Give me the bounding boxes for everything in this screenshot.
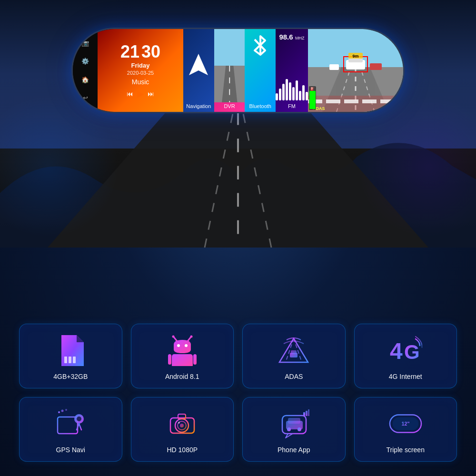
home-icon: 🏠 [80,74,90,85]
svg-rect-75 [306,411,307,416]
4g-internet-icon: 4 G [389,335,422,366]
phone-app-icon [278,408,309,439]
svg-rect-36 [73,357,76,363]
feature-4g: 4 G 4G Internet [354,324,457,388]
features-grid: 4GB+32GB [19,324,457,462]
fm-freq-value: 98.6 [279,33,293,41]
svg-rect-24 [370,63,382,70]
camera-feed-svg: 9m ADAS ⛽ [308,29,403,112]
svg-point-40 [190,335,192,337]
clock-date: 2020-03-25 [127,70,154,76]
svg-rect-19 [362,99,377,103]
settings-icon: ⚙️ [80,56,90,67]
fm-frequency-display: 98.6 MHZ [279,33,304,41]
clock-section: 21 30 Friday 2020-03-25 Music ⏮ ▶ ⏭ [98,29,183,112]
dvr-tile[interactable]: DVR [214,29,245,112]
music-label: Music [132,78,149,86]
svg-marker-4 [189,54,208,75]
svg-rect-34 [64,357,67,363]
camera-hd-icon [167,408,198,439]
fm-bar-4 [286,79,288,100]
fm-freq-unit: MHZ [295,36,305,40]
triple-screen-label: Triple screen [387,446,425,454]
navigation-tile[interactable]: Navigation [183,29,214,112]
feature-triple-screen: 12" Triple screen [354,397,457,462]
svg-point-68 [178,422,180,424]
gps-icon-wrap [54,407,87,440]
fm-bar-5 [289,82,291,100]
svg-rect-44 [168,354,171,365]
triple-screen-icon-wrap: 12" [389,407,422,440]
phone-app-icon-wrap [277,407,310,440]
prev-button[interactable]: ⏮ [127,90,133,98]
fm-tile[interactable]: 98.6 MHZ FM [276,29,308,112]
bt-icon-wrap [245,34,276,60]
clock-day: Friday [131,62,149,69]
svg-point-59 [77,416,81,421]
svg-point-62 [65,409,67,411]
hd-label: HD 1080P [167,446,198,454]
android-label: Android 8.1 [165,373,199,380]
svg-text:12": 12" [401,420,409,426]
fourG-label: 4G Internet [389,373,422,380]
svg-rect-25 [329,64,339,70]
svg-point-72 [287,427,291,431]
svg-point-61 [61,409,63,412]
adas-lanes-icon [277,336,310,365]
fm-bars [276,77,308,100]
fm-bar-7 [296,80,298,100]
svg-point-66 [180,424,184,427]
svg-rect-32 [309,91,316,109]
feature-hd: HD 1080P [131,397,234,462]
svg-rect-45 [193,354,197,365]
bluetooth-tile[interactable]: Bluetooth [245,29,276,112]
svg-rect-71 [288,418,300,424]
phone-app-label: Phone App [278,446,310,454]
android-icon-wrap [166,334,199,367]
feature-android: Android 8.1 [131,324,234,388]
svg-rect-51 [291,350,297,354]
svg-text:4: 4 [390,338,403,364]
storage-icon-wrap [54,334,87,367]
dvr-label: DVR [224,103,235,109]
dvr-road-svg [214,29,245,102]
svg-rect-74 [303,412,305,416]
svg-point-42 [185,344,188,347]
triple-screen-icon: 12" [389,411,422,437]
fm-bar-3 [282,84,285,100]
fm-bar-1 [276,93,278,100]
svg-point-73 [298,427,301,431]
clock-hour: 21 [120,42,139,62]
nav-arrow-icon [187,51,210,80]
svg-point-41 [177,344,180,347]
fm-bar-9 [302,85,305,100]
clock-minute: 30 [141,42,160,62]
fm-bar-6 [292,87,295,100]
navigation-label: Navigation [186,103,211,109]
fm-bar-2 [279,89,281,100]
fm-bar-8 [299,91,301,100]
play-button[interactable]: ▶ [137,89,144,99]
next-button[interactable]: ⏭ [148,90,154,98]
dvr-preview [214,29,245,102]
svg-rect-17 [326,99,340,103]
bluetooth-label: Bluetooth [249,103,271,109]
svg-text:⛽: ⛽ [310,87,315,91]
feature-adas: ADAS [242,324,346,388]
nav-icon-wrap [183,29,214,102]
mirror-device: 📷 ⚙️ 🏠 ↩ 21 30 Friday 2020-03-25 Music ⏮… [71,28,405,113]
music-controls: ⏮ ▶ ⏭ [127,89,154,99]
svg-text:9m: 9m [353,54,359,59]
bluetooth-icon [252,34,269,60]
adas-label: ADAS [285,373,303,380]
hd-icon-wrap [166,407,199,440]
feature-phone-app: Phone App [242,397,346,462]
clock-time-display: 21 30 [120,42,160,62]
sd-card-icon [58,335,84,366]
glow-right [357,95,476,238]
mirror-content: 21 30 Friday 2020-03-25 Music ⏮ ▶ ⏭ Na [98,29,403,112]
feature-gps: GPS Navi [19,397,122,462]
svg-rect-43 [172,354,193,366]
gps-navi-icon [55,408,86,439]
adas-icon-wrap [277,334,310,367]
